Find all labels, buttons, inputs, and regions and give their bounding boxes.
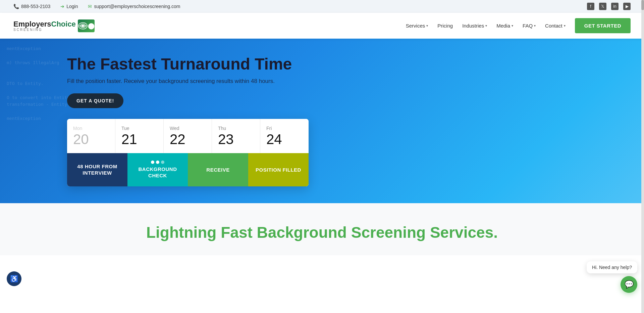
chevron-icon: ▾ [534,24,536,28]
hero-section: mentException m) throws IllegalArg DTO t… [0,39,644,203]
day-num-tue: 21 [121,132,157,146]
label-48hour: 48 HOUR FROM INTERVIEW [67,153,127,186]
cal-day-fri: Fri 24 [260,119,309,153]
chevron-icon: ▾ [512,24,513,28]
cal-day-tue: Tue 21 [115,119,164,153]
phone-icon: 📞 [13,4,19,9]
page-scrollbar[interactable] [641,0,644,255]
logo-icon [78,19,95,32]
bottom-title: Lightning Fast Background Screening Serv… [13,223,631,242]
nav-media[interactable]: Media ▾ [496,23,513,29]
twitter-icon[interactable]: 𝕏 [599,3,606,10]
hero-content: The Fastest Turnaround Time Fill the pos… [0,42,644,200]
chevron-icon: ▾ [426,24,428,28]
phone-number: 888-553-2103 [21,4,50,9]
top-bar-left: 📞 888-553-2103 ➔ Login ✉ support@employe… [13,4,180,9]
logo-text: EmployersChoice SCREENING [13,20,76,32]
linkedin-icon[interactable]: in [611,3,619,10]
quote-button[interactable]: GET A QUOTE! [67,93,123,108]
get-started-button[interactable]: GET STARTED [575,18,631,33]
day-name-thu: Thu [218,126,254,131]
cal-day-mon: Mon 20 [67,119,115,153]
calendar-card: Mon 20 Tue 21 Wed 22 Thu 23 Fri 24 [67,119,309,186]
phone-item[interactable]: 📞 888-553-2103 [13,4,50,9]
svg-point-2 [82,25,84,27]
day-name-mon: Mon [73,126,109,131]
chevron-icon: ▾ [564,24,566,28]
calendar-days: Mon 20 Tue 21 Wed 22 Thu 23 Fri 24 [67,119,309,153]
label-position-filled: POSITION FILLED [248,153,309,186]
day-num-thu: 23 [218,132,254,146]
chevron-icon: ▾ [485,24,487,28]
top-bar: 📞 888-553-2103 ➔ Login ✉ support@employe… [0,0,644,13]
hero-title: The Fastest Turnaround Time [67,55,292,73]
logo[interactable]: EmployersChoice SCREENING [13,19,95,32]
email-icon: ✉ [88,4,92,9]
nav-industries[interactable]: Industries ▾ [462,23,487,29]
label-dots [151,161,164,164]
label-receive: RECEIVE [188,153,248,186]
arrow-icon: ➔ [60,4,64,9]
email-item[interactable]: ✉ support@employerschoicescreening.com [88,4,180,9]
nav-contact[interactable]: Contact ▾ [545,23,566,29]
main-nav: Services ▾ Pricing Industries ▾ Media ▾ … [406,18,631,33]
dot-1 [151,161,154,164]
header: EmployersChoice SCREENING Services ▾ Pri… [0,13,644,39]
day-name-fri: Fri [266,126,303,131]
label-background-check: BACKGROUND CHECK [127,153,188,186]
day-num-wed: 22 [170,132,206,146]
cal-day-thu: Thu 23 [212,119,260,153]
scrollbar-thumb[interactable] [641,0,644,10]
day-name-wed: Wed [170,126,206,131]
title-accent: . [493,224,498,241]
day-num-fri: 24 [266,132,303,146]
email-address: support@employerschoicescreening.com [94,4,180,9]
nav-faq[interactable]: FAQ ▾ [523,23,536,29]
bottom-section: Lightning Fast Background Screening Serv… [0,203,644,255]
login-link[interactable]: Login [66,4,78,9]
dot-3 [161,161,164,164]
day-num-mon: 20 [73,132,109,146]
facebook-icon[interactable]: f [587,3,594,10]
day-name-tue: Tue [121,126,157,131]
youtube-icon[interactable]: ▶ [623,3,631,10]
nav-pricing[interactable]: Pricing [437,23,453,29]
login-item[interactable]: ➔ Login [60,4,78,9]
nav-services[interactable]: Services ▾ [406,23,428,29]
logo-screening: SCREENING [13,28,76,32]
cal-day-wed: Wed 22 [164,119,212,153]
social-links: f 𝕏 in ▶ [587,3,631,10]
calendar-labels: 48 HOUR FROM INTERVIEW BACKGROUND CHECK … [67,153,309,186]
hero-subtitle: Fill the position faster. Receive your b… [67,78,275,85]
dot-2 [156,161,159,164]
